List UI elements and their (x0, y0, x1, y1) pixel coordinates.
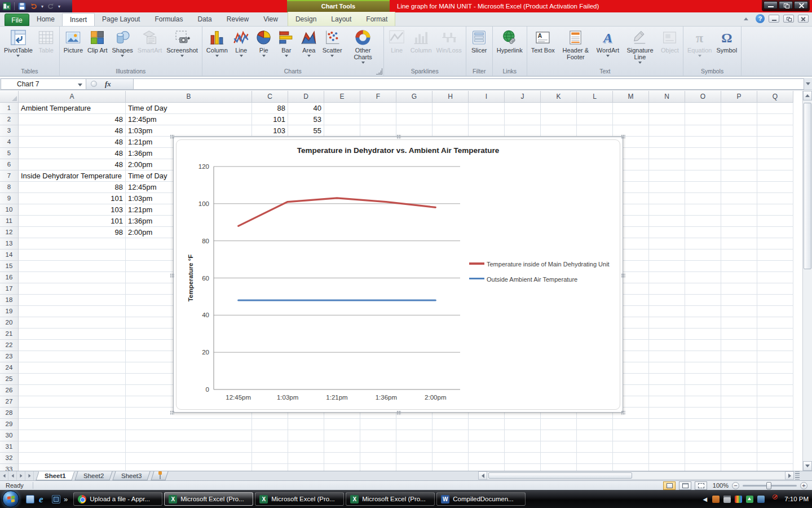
grid-cell[interactable] (541, 464, 577, 471)
sheet-tab-sheet3[interactable]: Sheet3 (113, 471, 151, 480)
grid-cell[interactable] (721, 306, 757, 317)
formula-input[interactable] (134, 78, 804, 90)
grid-cell[interactable] (19, 306, 126, 317)
row-header[interactable]: 6 (0, 159, 19, 170)
grid-cell[interactable] (649, 295, 685, 306)
grid-cell[interactable] (252, 441, 288, 453)
grid-cell[interactable] (721, 148, 757, 159)
grid-cell[interactable]: Time of Day (126, 103, 252, 114)
grid-cell[interactable]: 88 (19, 182, 126, 193)
horizontal-scroll-track[interactable] (487, 471, 785, 480)
grid-cell[interactable] (19, 295, 126, 306)
grid-cell[interactable] (685, 295, 721, 306)
grid-cell[interactable] (721, 419, 757, 430)
grid-cell[interactable] (757, 408, 793, 419)
grid-cell[interactable] (649, 306, 685, 317)
grid-cell[interactable] (685, 374, 721, 385)
grid-cell[interactable] (649, 385, 685, 396)
grid-cell[interactable] (396, 441, 433, 453)
ribbon-button-clip-art[interactable]: Clip Art (85, 28, 109, 54)
grid-cell[interactable] (685, 182, 721, 193)
grid-cell[interactable] (360, 419, 396, 430)
grid-cell[interactable] (757, 453, 793, 464)
grid-cell[interactable] (757, 159, 793, 170)
grid-cell[interactable] (649, 408, 685, 419)
zoom-slider-thumb[interactable] (766, 482, 771, 489)
row-header[interactable]: 3 (0, 125, 19, 137)
grid-cell[interactable] (577, 441, 613, 453)
grid-cell[interactable]: 48 (19, 125, 126, 137)
grid-cell[interactable] (469, 441, 505, 453)
grid-cell[interactable] (613, 464, 649, 471)
grid-cell[interactable] (721, 385, 757, 396)
grid-cell[interactable] (685, 249, 721, 261)
grid-cell[interactable] (721, 170, 757, 182)
grid-cell[interactable] (757, 272, 793, 283)
grid-cell[interactable] (649, 148, 685, 159)
row-header[interactable]: 19 (0, 306, 19, 317)
grid-cell[interactable] (649, 159, 685, 170)
grid-cell[interactable] (541, 430, 577, 441)
grid-cell[interactable] (757, 419, 793, 430)
grid-cell[interactable] (396, 419, 433, 430)
grid-cell[interactable]: 103 (19, 204, 126, 216)
scroll-up-icon[interactable] (803, 91, 812, 100)
column-header[interactable]: Q (757, 91, 793, 103)
grid-cell[interactable] (685, 238, 721, 249)
grid-cell[interactable]: 88 (252, 103, 288, 114)
ribbon-button-column[interactable]: Column (204, 28, 230, 57)
grid-cell[interactable] (721, 351, 757, 362)
grid-cell[interactable] (649, 396, 685, 408)
grid-cell[interactable] (721, 362, 757, 374)
grid-cell[interactable] (757, 317, 793, 329)
sheet-tab-sheet2[interactable]: Sheet2 (74, 471, 113, 480)
start-button[interactable] (2, 491, 19, 507)
grid-cell[interactable] (19, 385, 126, 396)
column-header[interactable]: E (324, 91, 360, 103)
zoom-in-button[interactable]: + (800, 482, 807, 489)
grid-cell[interactable] (19, 374, 126, 385)
printer-tray-icon[interactable] (723, 496, 731, 503)
grid-cell[interactable] (685, 408, 721, 419)
row-header[interactable]: 1 (0, 103, 19, 114)
grid-cell[interactable] (757, 385, 793, 396)
grid-cell[interactable] (757, 464, 793, 471)
grid-cell[interactable] (757, 374, 793, 385)
grid-cell[interactable] (433, 125, 469, 137)
grid-cell[interactable] (19, 351, 126, 362)
grid-cell[interactable] (126, 464, 252, 471)
grid-cell[interactable]: Inside Dehydrator Temperature (19, 170, 126, 182)
grid-cell[interactable] (757, 182, 793, 193)
grid-cell[interactable] (757, 283, 793, 295)
ribbon-button-hyperlink[interactable]: Hyperlink (495, 28, 525, 54)
grid-cell[interactable]: 48 (19, 148, 126, 159)
grid-cell[interactable] (757, 137, 793, 148)
grid-cell[interactable] (396, 464, 433, 471)
row-header[interactable]: 21 (0, 329, 19, 340)
grid-cell[interactable] (685, 204, 721, 216)
grid-cell[interactable] (649, 261, 685, 272)
row-header[interactable]: 14 (0, 249, 19, 261)
tab-insert[interactable]: Insert (62, 13, 95, 26)
grid-cell[interactable] (577, 419, 613, 430)
selection-handle[interactable] (396, 410, 401, 415)
grid-cell[interactable]: 12:45pm (126, 114, 252, 125)
grid-cell[interactable] (324, 464, 360, 471)
taskbar-clock[interactable]: 7:10 PM (784, 496, 809, 502)
grid-cell[interactable] (649, 227, 685, 238)
legend-entry[interactable]: Temperature inside of Main Dehydrating U… (469, 260, 610, 269)
row-header[interactable]: 17 (0, 283, 19, 295)
grid-cell[interactable] (685, 272, 721, 283)
scroll-right-icon[interactable] (785, 471, 794, 480)
grid-cell[interactable] (577, 430, 613, 441)
column-header[interactable]: B (126, 91, 252, 103)
dialog-launcher-icon[interactable] (376, 68, 382, 75)
workbook-restore-button[interactable] (783, 15, 794, 23)
grid-cell[interactable] (721, 103, 757, 114)
column-header[interactable]: N (649, 91, 685, 103)
column-header[interactable]: A (19, 91, 126, 103)
last-sheet-icon[interactable] (25, 471, 34, 480)
grid-cell[interactable] (757, 227, 793, 238)
ribbon-button-text-box[interactable]: AText Box (529, 28, 557, 54)
grid-cell[interactable] (396, 430, 433, 441)
